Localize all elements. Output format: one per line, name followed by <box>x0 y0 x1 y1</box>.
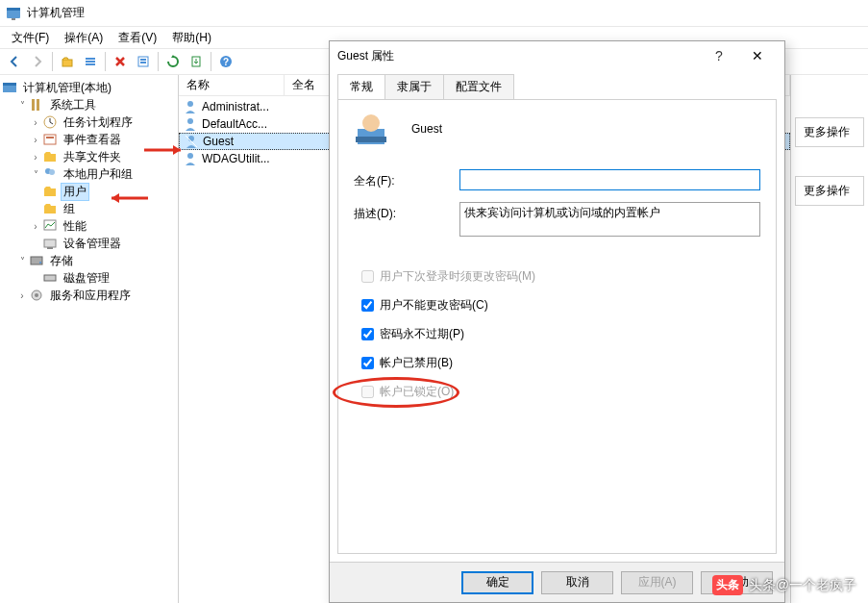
username-label: Guest <box>411 122 442 136</box>
tree-root[interactable]: 计算机管理(本地) <box>2 79 176 96</box>
svg-rect-39 <box>356 137 386 142</box>
tab-general[interactable]: 常规 <box>337 74 385 99</box>
menu-help[interactable]: 帮助(H) <box>164 28 219 48</box>
tree-services[interactable]: ›服务和应用程序 <box>2 287 176 304</box>
menu-action[interactable]: 操作(A) <box>57 28 111 48</box>
svg-point-29 <box>39 262 41 264</box>
svg-rect-18 <box>44 135 56 144</box>
tree-users[interactable]: 用户 <box>2 183 176 200</box>
svg-rect-3 <box>62 60 72 66</box>
svg-rect-6 <box>86 63 95 65</box>
tab-member[interactable]: 隶属于 <box>384 74 444 99</box>
ok-button[interactable]: 确定 <box>461 571 533 594</box>
svg-rect-15 <box>32 99 35 111</box>
svg-rect-4 <box>86 58 95 60</box>
refresh-button[interactable] <box>162 51 184 72</box>
svg-point-38 <box>362 114 380 132</box>
svg-rect-16 <box>37 99 39 111</box>
tree-devmgr[interactable]: 设备管理器 <box>2 235 176 252</box>
description-input[interactable] <box>459 202 760 237</box>
chk-mustchange: 用户下次登录时须更改密码(M) <box>354 265 760 287</box>
tree-panel: 计算机管理(本地) ˅系统工具 ›任务计划程序 ›事件查看器 ›共享文件夹 ˅本… <box>0 75 179 603</box>
tab-profile[interactable]: 配置文件 <box>443 74 514 99</box>
tree-perf[interactable]: ›性能 <box>2 217 176 235</box>
more-actions[interactable]: 更多操作 <box>795 117 864 147</box>
dialog-title-bar: Guest 属性 ? ✕ <box>330 41 784 70</box>
svg-point-22 <box>49 169 55 175</box>
svg-point-35 <box>188 136 194 141</box>
properties-button[interactable] <box>133 51 154 72</box>
svg-rect-24 <box>44 206 56 214</box>
description-label: 描述(D): <box>354 202 459 222</box>
menu-view[interactable]: 查看(V) <box>111 28 164 48</box>
svg-rect-8 <box>140 59 146 61</box>
svg-point-36 <box>187 153 193 159</box>
tree-diskmgr[interactable]: 磁盘管理 <box>2 269 176 287</box>
tree-task[interactable]: ›任务计划程序 <box>2 113 176 131</box>
svg-rect-27 <box>47 247 53 249</box>
views-button[interactable] <box>80 51 101 72</box>
svg-point-33 <box>187 101 193 107</box>
actions-panel: 更多操作 更多操作 <box>791 75 868 603</box>
forward-button[interactable] <box>27 51 48 72</box>
tree-localusers[interactable]: ˅本地用户和组 <box>2 165 176 183</box>
svg-rect-14 <box>3 83 16 86</box>
svg-text:?: ? <box>223 57 229 67</box>
tree-storage[interactable]: ˅存储 <box>2 252 176 269</box>
chk-disabled[interactable]: 帐户已禁用(B) <box>354 352 760 373</box>
fullname-label: 全名(F): <box>354 169 459 189</box>
tree-groups[interactable]: 组 <box>2 200 176 217</box>
svg-rect-19 <box>46 137 54 138</box>
svg-rect-20 <box>44 154 56 162</box>
close-icon[interactable]: ✕ <box>738 43 777 68</box>
dialog-tabs: 常规 隶属于 配置文件 <box>337 74 777 99</box>
tree-shared[interactable]: ›共享文件夹 <box>2 148 176 165</box>
svg-point-34 <box>187 118 193 124</box>
chk-neverexpire[interactable]: 密码永不过期(P) <box>354 323 760 344</box>
watermark: 头条 头条@一个老疯子 <box>712 575 856 595</box>
back-button[interactable] <box>4 51 25 72</box>
app-icon <box>6 6 21 21</box>
more-actions-2[interactable]: 更多操作 <box>795 176 864 206</box>
col-name[interactable]: 名称 <box>179 75 285 95</box>
fullname-input[interactable] <box>459 169 760 190</box>
tree-systools[interactable]: ˅系统工具 <box>2 96 176 113</box>
tree-eventvwr[interactable]: ›事件查看器 <box>2 131 176 148</box>
svg-rect-23 <box>44 188 56 196</box>
up-button[interactable] <box>57 51 78 72</box>
menu-file[interactable]: 文件(F) <box>4 28 57 48</box>
export-button[interactable] <box>186 51 207 72</box>
chk-locked: 帐户已锁定(O) <box>354 381 760 402</box>
help-button[interactable]: ? <box>215 51 236 72</box>
svg-rect-2 <box>12 18 15 20</box>
delete-button[interactable] <box>110 51 131 72</box>
user-icon <box>354 112 388 146</box>
svg-rect-9 <box>140 62 146 63</box>
cancel-button[interactable]: 取消 <box>541 571 613 594</box>
svg-rect-26 <box>44 239 56 247</box>
title-bar: 计算机管理 <box>0 0 868 27</box>
svg-rect-5 <box>86 61 95 63</box>
properties-dialog: Guest 属性 ? ✕ 常规 隶属于 配置文件 Guest 全名(F): 描述… <box>329 40 785 603</box>
dialog-body: Guest 全名(F): 描述(D): 用户下次登录时须更改密码(M) 用户不能… <box>337 99 777 554</box>
chk-cantchange[interactable]: 用户不能更改密码(C) <box>354 294 760 315</box>
svg-rect-1 <box>7 8 20 11</box>
dialog-title: Guest 属性 <box>337 48 394 64</box>
watermark-text: 头条@一个老疯子 <box>749 577 856 594</box>
app-title: 计算机管理 <box>27 5 85 21</box>
svg-point-32 <box>35 293 38 297</box>
svg-rect-30 <box>44 275 56 281</box>
apply-button[interactable]: 应用(A) <box>621 571 693 594</box>
help-icon[interactable]: ? <box>700 43 738 68</box>
watermark-logo: 头条 <box>712 575 743 595</box>
